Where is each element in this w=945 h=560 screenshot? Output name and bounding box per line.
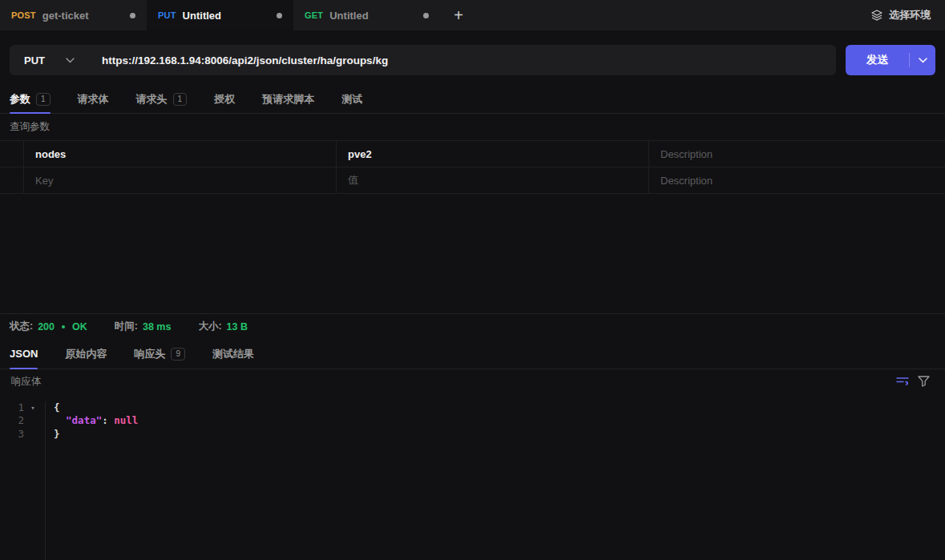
tab-body[interactable]: 请求体 (78, 85, 109, 113)
tab-label: 预请求脚本 (262, 92, 314, 107)
code-line: } (54, 428, 138, 441)
row-handle[interactable] (0, 167, 24, 193)
size-label: 大小: (198, 320, 221, 333)
request-tab-get-ticket[interactable]: POST get-ticket (0, 0, 147, 30)
time-value: 38 ms (143, 321, 171, 332)
query-params-label: 查询参数 (0, 114, 945, 140)
request-tab-untitled-put[interactable]: PUT Untitled (147, 0, 293, 30)
param-description-placeholder: Description (660, 148, 713, 160)
tab-test-results[interactable]: 测试结果 (212, 340, 254, 369)
status-label: 状态: (10, 320, 33, 333)
environment-selector[interactable]: 选择环境 (856, 0, 945, 30)
code-content: { "data": null } (46, 401, 138, 560)
line-number: 1 (0, 401, 24, 415)
param-value-field[interactable]: 值 (337, 167, 649, 193)
request-tab-bar: POST get-ticket PUT Untitled GET Untitle… (0, 0, 945, 30)
tab-label: JSON (10, 348, 38, 360)
status-text: OK (72, 321, 87, 332)
tab-label: 请求头 (136, 92, 168, 107)
unsaved-dot-icon (130, 13, 135, 18)
tab-json[interactable]: JSON (10, 340, 38, 369)
table-row: nodes pve2 Description (0, 141, 945, 167)
method-label-post: POST (11, 10, 36, 20)
request-tab-untitled-get[interactable]: GET Untitled (293, 0, 440, 30)
tab-label: 授权 (214, 92, 235, 107)
param-description-field[interactable]: Description (649, 167, 945, 193)
code-line: { (54, 401, 138, 415)
params-table: nodes pve2 Description Key 值 Description (0, 140, 945, 194)
response-headers-count-badge: 9 (171, 348, 185, 361)
tab-label: 测试结果 (212, 347, 254, 361)
unsaved-dot-icon (423, 13, 429, 18)
tab-auth[interactable]: 授权 (214, 85, 235, 113)
line-number: 3 (0, 428, 24, 441)
tab-label: 响应头 (134, 347, 165, 361)
response-status-bar: 状态: 200 OK 时间: 38 ms 大小: 13 B (0, 313, 945, 340)
param-value-placeholder: 值 (348, 173, 358, 187)
tab-title: Untitled (329, 10, 417, 22)
empty-area (0, 194, 945, 313)
send-options-dropdown[interactable] (910, 58, 935, 63)
chevron-down-icon (919, 58, 927, 63)
param-description-field[interactable]: Description (649, 141, 945, 167)
response-body-label: 响应体 (11, 375, 892, 389)
param-key-field[interactable]: Key (24, 167, 337, 193)
method-dropdown-value: PUT (24, 54, 45, 66)
filter-funnel-icon (918, 376, 930, 387)
method-label-put: PUT (158, 10, 176, 20)
tab-label: 参数 (10, 92, 30, 107)
tab-label: 请求体 (78, 92, 109, 107)
time-label: 时间: (115, 320, 138, 333)
send-button-label: 发送 (846, 53, 909, 67)
format-lines-icon (896, 376, 910, 387)
tab-headers[interactable]: 请求头 1 (136, 85, 188, 113)
param-key-value: nodes (35, 148, 66, 160)
request-subtabs: 参数 1 请求体 请求头 1 授权 预请求脚本 测试 (0, 85, 945, 114)
status-code: 200 (38, 321, 55, 332)
request-url-row: PUT 发送 (0, 30, 945, 85)
size-value: 13 B (227, 321, 248, 332)
plus-icon: + (454, 6, 463, 25)
table-row: Key 值 Description (0, 167, 945, 194)
param-description-placeholder: Description (660, 175, 713, 187)
tab-tests[interactable]: 测试 (341, 85, 362, 113)
method-dropdown[interactable]: PUT (10, 54, 91, 66)
tab-label: 测试 (341, 92, 362, 107)
method-label-get: GET (305, 10, 323, 20)
param-value-value: pve2 (348, 148, 372, 160)
code-line: "data": null (54, 414, 138, 428)
fold-caret-icon[interactable]: ▾ (24, 401, 42, 415)
url-box: PUT (10, 45, 836, 75)
code-gutter: 1 ▾ 2 3 (0, 401, 46, 560)
param-key-field[interactable]: nodes (24, 141, 337, 167)
line-number: 2 (0, 414, 24, 428)
tabbar-spacer (477, 0, 856, 30)
layers-icon (870, 9, 883, 22)
unsaved-dot-icon (277, 13, 282, 18)
json-null-token: null (114, 414, 138, 426)
response-body-header: 响应体 (0, 369, 945, 394)
new-tab-button[interactable]: + (440, 0, 477, 30)
url-input[interactable] (91, 54, 836, 66)
tab-raw[interactable]: 原始内容 (65, 340, 107, 369)
param-key-placeholder: Key (35, 175, 53, 187)
json-key-token: "data" (66, 414, 102, 426)
tab-title: get-ticket (42, 10, 123, 22)
params-count-badge: 1 (36, 93, 50, 106)
headers-count-badge: 1 (173, 93, 188, 106)
tab-pre-request-script[interactable]: 预请求脚本 (262, 85, 314, 113)
tab-params[interactable]: 参数 1 (10, 85, 50, 113)
tab-response-headers[interactable]: 响应头 9 (134, 340, 185, 369)
status-dot-icon (62, 325, 65, 328)
param-value-field[interactable]: pve2 (337, 141, 649, 167)
response-json-viewer[interactable]: 1 ▾ 2 3 { "data": null } (0, 394, 945, 560)
chevron-down-icon (66, 58, 75, 63)
tab-title: Untitled (183, 10, 270, 22)
format-button[interactable] (892, 376, 913, 387)
environment-selector-label: 选择环境 (889, 8, 931, 22)
row-handle[interactable] (0, 141, 24, 167)
send-button[interactable]: 发送 (846, 45, 935, 75)
tab-label: 原始内容 (65, 347, 107, 361)
response-subtabs: JSON 原始内容 响应头 9 测试结果 (0, 340, 945, 369)
filter-button[interactable] (913, 376, 934, 387)
